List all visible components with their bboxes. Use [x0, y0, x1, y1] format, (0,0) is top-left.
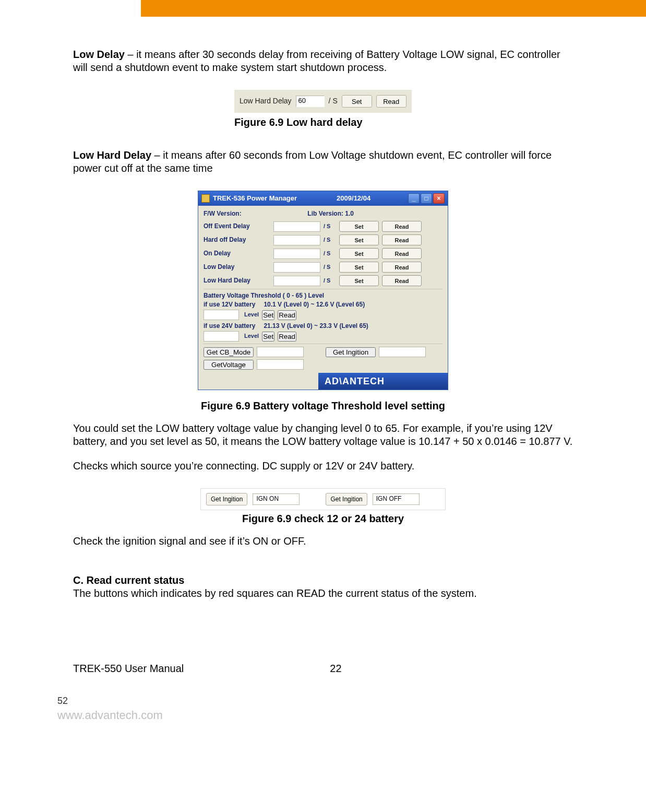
source-check-paragraph: Checks which source you’re connecting. D… — [73, 460, 573, 473]
lbl-hard-off-delay: Hard off Delay — [204, 236, 270, 244]
ignition-screenshot: Get Ingition IGN ON Get Ingition IGN OFF — [200, 488, 446, 510]
lbl-on-delay: On Delay — [204, 250, 270, 257]
divider — [204, 289, 442, 290]
section-c-paragraph: C. Read current status The buttons which… — [73, 574, 573, 600]
row-low-delay: Low Delay / S Set Read — [204, 262, 442, 273]
lhd-read-button[interactable]: Read — [376, 95, 406, 108]
bv24-label: if use 24V battery — [204, 322, 255, 330]
get-ignition-button-2[interactable]: Get Ingition — [326, 493, 367, 505]
divider — [204, 344, 442, 345]
bv12-level-input[interactable] — [204, 310, 239, 320]
app-icon — [201, 194, 210, 203]
bv24-line: if use 24V battery 21.13 V (Level 0) ~ 2… — [204, 322, 442, 330]
set-button[interactable]: Set — [339, 248, 379, 259]
bv24-read-button[interactable]: Read — [278, 332, 296, 342]
pm-title: TREK-536 Power Manager — [213, 194, 297, 203]
pm-lib-label: Lib Version: 1.0 — [307, 210, 442, 218]
low-hard-delay-term: Low Hard Delay — [73, 149, 151, 161]
lbl-low-hard-delay: Low Hard Delay — [204, 277, 270, 285]
lbl-off-event-delay: Off Event Delay — [204, 222, 270, 230]
low-hard-delay-screenshot: Low Hard Delay 60 / S Set Read — [234, 90, 412, 113]
get-ignition-button[interactable]: Get Ingition — [326, 347, 376, 357]
input-off-event-delay[interactable] — [273, 221, 320, 232]
lhd-input[interactable]: 60 — [296, 96, 325, 107]
pm-titlebar: TREK-536 Power Manager 2009/12/04 _ □ × — [198, 191, 448, 206]
ignition-readout — [379, 347, 426, 357]
unit-text: / S — [324, 223, 336, 230]
low-delay-term: Low Delay — [73, 49, 125, 60]
row-hard-off-delay: Hard off Delay / S Set Read — [204, 234, 442, 245]
read-button[interactable]: Read — [382, 248, 422, 259]
footer-manual-row: TREK-550 User Manual 22 — [0, 663, 646, 675]
get-ignition-button-1[interactable]: Get Ingition — [206, 493, 247, 505]
page-number-center: 22 — [330, 663, 341, 675]
set-button[interactable]: Set — [339, 275, 379, 286]
read-button[interactable]: Read — [382, 275, 422, 286]
bv24-level-label: Level — [244, 333, 259, 340]
input-low-delay[interactable] — [273, 262, 320, 273]
lhd-set-button[interactable]: Set — [342, 95, 372, 108]
row-low-hard-delay: Low Hard Delay / S Set Read — [204, 275, 442, 286]
header-banner — [0, 0, 646, 17]
get-cb-mode-button[interactable]: Get CB_Mode — [204, 347, 254, 357]
bv24-level-input[interactable] — [204, 331, 239, 342]
low-delay-text: – it means after 30 seconds delay from r… — [73, 49, 560, 73]
footer-url: www.advantech.com — [57, 709, 646, 722]
figure-6-9-caption-3: Figure 6.9 check 12 or 24 battery — [200, 512, 446, 525]
bv-threshold-header: Battery Voltage Threshold ( 0 - 65 ) Lev… — [204, 292, 442, 300]
advantech-logo-bar: AD\ANTECH — [198, 373, 448, 390]
row-off-event-delay: Off Event Delay / S Set Read — [204, 221, 442, 232]
set-button[interactable]: Set — [339, 221, 379, 232]
set-button[interactable]: Set — [339, 262, 379, 273]
input-hard-off-delay[interactable] — [273, 235, 320, 245]
input-low-hard-delay[interactable] — [273, 276, 320, 286]
voltage-readout — [257, 359, 304, 370]
unit-text: / S — [324, 237, 336, 244]
ignition-check-paragraph: Check the ignition signal and see if it’… — [73, 535, 573, 548]
unit-text: / S — [324, 250, 336, 257]
lbl-low-delay: Low Delay — [204, 263, 270, 271]
header-cutout — [0, 0, 141, 17]
bv24-set-button[interactable]: Set — [262, 332, 274, 342]
low-hard-delay-paragraph: Low Hard Delay – it means after 60 secon… — [73, 149, 573, 175]
cb-mode-readout — [257, 347, 304, 357]
lhd-label: Low Hard Delay — [240, 97, 292, 106]
unit-text: / S — [324, 264, 336, 271]
pm-date: 2009/12/04 — [337, 194, 370, 203]
bv12-level-label: Level — [244, 311, 259, 319]
figure-6-9-caption-2: Figure 6.9 Battery voltage Threshold lev… — [73, 399, 573, 413]
maximize-icon[interactable]: □ — [421, 193, 432, 204]
bv12-set-button[interactable]: Set — [262, 310, 274, 320]
pm-fw-label: F/W Version: — [204, 210, 242, 218]
set-button[interactable]: Set — [339, 234, 379, 245]
bv24-range: 21.13 V (Level 0) ~ 23.3 V (Level 65) — [264, 322, 368, 330]
section-c-heading: C. Read current status — [73, 574, 184, 586]
minimize-icon[interactable]: _ — [408, 193, 420, 204]
manual-title: TREK-550 User Manual — [73, 663, 184, 675]
read-button[interactable]: Read — [382, 262, 422, 273]
bv12-read-button[interactable]: Read — [278, 310, 296, 320]
low-delay-paragraph: Low Delay – it means after 30 seconds de… — [73, 48, 573, 74]
page-number-bottom-left: 52 — [57, 696, 646, 707]
figure-6-9-caption-1: Figure 6.9 Low hard delay — [234, 116, 412, 129]
read-button[interactable]: Read — [382, 234, 422, 245]
bv12-line: if use 12V battery 10.1 V (Level 0) ~ 12… — [204, 301, 442, 309]
level-explanation-paragraph: You could set the LOW battery voltage va… — [73, 422, 573, 448]
get-voltage-button[interactable]: GetVoltage — [204, 360, 254, 370]
input-on-delay[interactable] — [273, 249, 320, 259]
advantech-logo-text: AD\ANTECH — [318, 373, 448, 390]
lhd-unit: / S — [329, 97, 338, 106]
close-icon[interactable]: × — [433, 193, 445, 204]
bv12-label: if use 12V battery — [204, 301, 255, 309]
read-button[interactable]: Read — [382, 221, 422, 232]
ignition-value-off: IGN OFF — [373, 493, 420, 505]
footer-bottom: 52 www.advantech.com — [0, 675, 646, 722]
power-manager-screenshot: TREK-536 Power Manager 2009/12/04 _ □ × … — [198, 191, 448, 390]
unit-text: / S — [324, 277, 336, 285]
ignition-value-on: IGN ON — [253, 493, 300, 505]
row-on-delay: On Delay / S Set Read — [204, 248, 442, 259]
section-c-text: The buttons which indicates by red squar… — [73, 587, 477, 599]
bv12-range: 10.1 V (Level 0) ~ 12.6 V (Level 65) — [264, 301, 365, 309]
